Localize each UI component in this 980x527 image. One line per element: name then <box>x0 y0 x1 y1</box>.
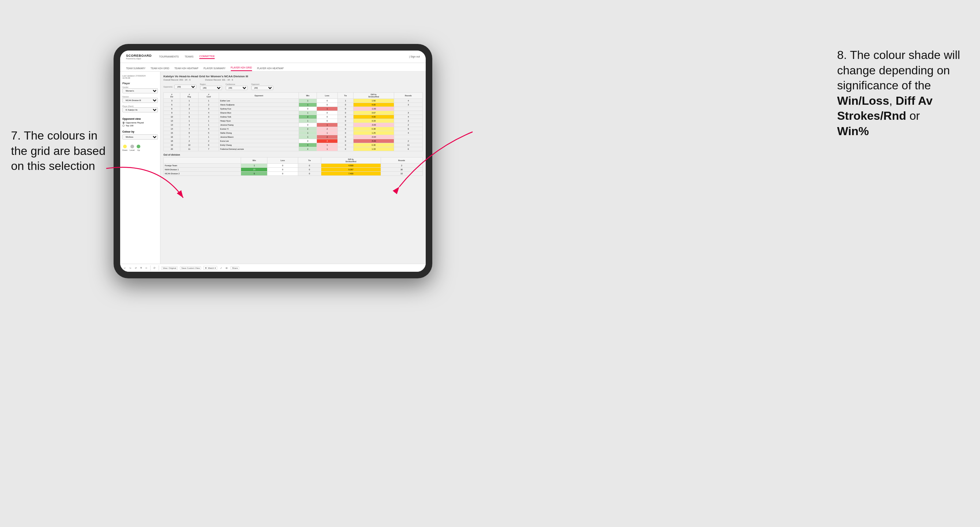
opponent-view-title: Opponent view <box>123 117 158 120</box>
watch-btn[interactable]: 👁 Watch ▾ <box>203 266 217 270</box>
region-filter-group: Region (All) <box>200 83 222 90</box>
logo-text: SCOREBOARD <box>126 54 152 57</box>
top100-radio[interactable]: Top 100 <box>123 124 158 127</box>
table-row: 16 7 1 Jessica Mason 1 2 0 -0.94 <box>164 135 423 139</box>
table-row: 20 11 7 Federica Domecq Lacroze 2 1 0 1.… <box>164 147 423 151</box>
expand-btn[interactable]: ⤢ <box>220 267 223 269</box>
ood-header-row: Win Loss Tie Diff AvStrokes/Rnd Rounds <box>164 157 423 164</box>
grid-subtitle: Overall Record: 353 - 34 - 6 Division Re… <box>163 79 423 81</box>
table-row: 5 2 2 Alexis Sudjianto 1 0 0 4.00 3 <box>164 103 423 107</box>
table-header-row: #Div #Reg #Conf Opponent Win Loss Tie Di… <box>164 93 423 99</box>
table-row: 15 8 5 Stella Cheng 1 1 0 1.25 4 <box>164 131 423 135</box>
view-original-btn[interactable]: View: Original <box>161 266 178 270</box>
subnav-team-h2h-heatmap[interactable]: TEAM H2H HEATMAP <box>174 65 199 71</box>
ood-label-col <box>164 157 241 164</box>
nav-committee[interactable]: COMMITTEE <box>199 54 215 59</box>
opponents-filter-select[interactable]: (All) <box>174 84 196 89</box>
annotation-right: 8. The colour shade will change dependin… <box>837 48 969 139</box>
logo-area: SCOREBOARD Powered by clippd <box>126 54 152 60</box>
h2h-table: #Div #Reg #Conf Opponent Win Loss Tie Di… <box>163 92 423 151</box>
table-row: 9 1 4 Sharon Mun 1 0 0 3.67 3 <box>164 111 423 115</box>
ood-table-row: NAIA Division 1 15 0 0 9.267 30 <box>164 168 423 172</box>
opponents-played-dot <box>123 122 124 124</box>
legend-level-label: Level <box>130 149 134 151</box>
opponent-filter-group: Opponent (All) <box>251 83 273 90</box>
main-content: Last Updated: 27/03/2024 16:55:38 Player… <box>120 72 426 264</box>
opponents-filter-label: Opponents: <box>163 86 173 88</box>
opponent-filter-label: Opponent <box>251 83 273 85</box>
col-reg: #Reg <box>180 93 199 99</box>
col-opponent: Opponent <box>219 93 299 99</box>
division-select[interactable]: NCAA Division III <box>123 98 158 103</box>
filter-row: Opponents: (All) Region (All) Conference… <box>163 83 423 90</box>
colour-by-title: Colour by <box>123 130 158 133</box>
table-row: 10 6 3 Andrea York 2 0 0 4.00 4 <box>164 115 423 119</box>
col-conf: #Conf <box>199 93 219 99</box>
ood-win-col: Win <box>241 157 267 164</box>
table-row: 14 7 4 Eunice Yi 2 2 0 0.38 9 <box>164 127 423 131</box>
save-custom-btn[interactable]: Save Custom View <box>180 266 202 270</box>
conference-filter-label: Conference <box>226 83 248 85</box>
nav-tournaments[interactable]: TOURNAMENTS <box>159 55 179 59</box>
legend-up-dot <box>137 144 140 148</box>
conference-filter-group: Conference (All) <box>226 83 248 90</box>
region-filter-select[interactable]: (All) <box>200 86 222 90</box>
opponents-played-radio[interactable]: Opponents Played <box>123 122 158 124</box>
top-nav: SCOREBOARD Powered by clippd TOURNAMENTS… <box>120 51 426 63</box>
nav-items: TOURNAMENTS TEAMS COMMITTEE <box>159 54 215 59</box>
subnav-player-h2h-grid[interactable]: PLAYER H2H GRID <box>231 65 252 71</box>
conference-filter-select[interactable]: (All) <box>226 86 248 90</box>
division-record: Division Record: 331 - 34 - 6 <box>205 79 233 81</box>
legend-up-label: Up <box>137 149 140 151</box>
col-loss: Loss <box>317 93 338 99</box>
colour-legend: Down Level Up <box>123 144 158 151</box>
clock-btn[interactable]: ⏱ <box>153 267 156 269</box>
col-diff: Diff AvStrokes/Rnd <box>353 93 394 99</box>
ood-table-row: Foreign Team 1 0 0 4.500 2 <box>164 164 423 168</box>
colour-by-select[interactable]: Win/loss <box>123 134 158 140</box>
chevron-down-icon: ▾ <box>215 267 216 269</box>
table-row: 3 1 1 Esther Lee 1 0 1 1.50 4 <box>164 99 423 103</box>
overall-record: Overall Record: 353 - 34 - 6 <box>163 79 191 81</box>
grid-btn[interactable]: ⊞ <box>225 267 228 269</box>
legend-level-dot <box>130 144 134 148</box>
table-row: 18 2 2 Euna Lee 0 3 0 -5.00 2 <box>164 139 423 143</box>
share-btn[interactable]: Share <box>231 266 239 270</box>
toolbar-divider-1 <box>150 265 151 271</box>
copy-btn[interactable]: ⧉ <box>140 267 143 269</box>
subnav-player-h2h-heatmap[interactable]: PLAYER H2H HEATMAP <box>257 65 284 71</box>
redo2-btn[interactable]: ↺ <box>134 267 137 269</box>
sign-out[interactable]: | Sign out <box>409 55 420 58</box>
ood-diff-col: Diff AvStrokes/Rnd <box>321 157 381 164</box>
scissors-btn[interactable]: ✂ <box>145 267 148 269</box>
table-row: 19 10 6 Emily Chang 4 1 0 0.30 11 <box>164 143 423 147</box>
redo-btn[interactable]: ↪ <box>129 267 132 269</box>
left-panel: Last Updated: 27/03/2024 16:55:38 Player… <box>120 72 161 264</box>
ood-tie-col: Tie <box>298 157 321 164</box>
grid-area: Katelyn Vo Head-to-Head Grid for Women's… <box>161 72 426 264</box>
player-section-title: Player <box>123 82 158 84</box>
bottom-toolbar: ↩ ↪ ↺ ⧉ ✂ ⏱ View: Original Save Custom V… <box>120 264 426 272</box>
grid-title: Katelyn Vo Head-to-Head Grid for Women's… <box>163 75 423 78</box>
ood-table-row: NCAA Division 2 5 0 0 7.400 10 <box>164 172 423 176</box>
legend-down-label: Down <box>123 149 127 151</box>
ood-rounds-col: Rounds <box>381 157 422 164</box>
subnav-team-summary[interactable]: TEAM SUMMARY <box>126 65 145 71</box>
subnav-player-summary[interactable]: PLAYER SUMMARY <box>204 65 226 71</box>
ood-loss-col: Loss <box>267 157 298 164</box>
gender-select[interactable]: Women's <box>123 88 158 94</box>
out-of-division-header: Out of division <box>163 154 423 156</box>
opponent-filter-select[interactable]: (All) <box>251 86 273 90</box>
out-of-division-table: Win Loss Tie Diff AvStrokes/Rnd Rounds F… <box>163 157 423 176</box>
toolbar-divider-2 <box>159 265 159 271</box>
sub-nav: TEAM SUMMARY TEAM H2H GRID TEAM H2H HEAT… <box>120 63 426 72</box>
subnav-team-h2h-grid[interactable]: TEAM H2H GRID <box>151 65 169 71</box>
nav-teams[interactable]: TEAMS <box>185 55 193 59</box>
region-filter-label: Region <box>200 83 222 85</box>
player-rank-select[interactable]: 8. Katelyn Vo <box>123 107 158 113</box>
legend-down-dot <box>123 144 127 148</box>
col-tie: Tie <box>337 93 353 99</box>
annotation-left: 7. The colours in the grid are based on … <box>11 128 106 174</box>
last-updated: Last Updated: 27/03/2024 16:55:38 <box>123 75 158 79</box>
undo-btn[interactable]: ↩ <box>123 267 126 269</box>
